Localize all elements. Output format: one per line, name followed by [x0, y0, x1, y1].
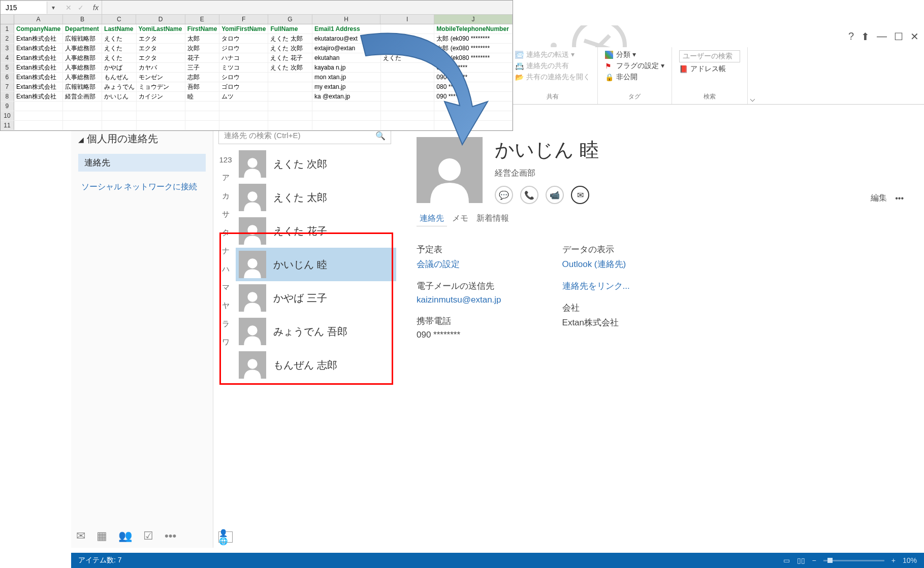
cell[interactable]: YomiLastName [137, 24, 185, 34]
row-header[interactable]: 9 [1, 102, 14, 111]
mail-nav-icon[interactable]: ✉ [76, 529, 85, 543]
view-link[interactable]: Outlook (連絡先) [562, 258, 630, 270]
col-header[interactable]: C [102, 15, 136, 24]
cell[interactable]: 花子 [185, 53, 219, 62]
col-header[interactable]: G [268, 15, 312, 24]
cell[interactable] [63, 121, 102, 130]
cell[interactable]: えくた [102, 44, 136, 53]
col-header[interactable]: A [14, 15, 63, 24]
cell[interactable]: Extan株式会社 [14, 44, 63, 53]
help-button[interactable]: ? [848, 30, 854, 43]
cell[interactable]: エクタ [137, 34, 185, 43]
cell[interactable]: 人事総務部 [63, 73, 102, 82]
cell[interactable] [63, 111, 102, 120]
alpha-letter[interactable]: サ [217, 205, 234, 223]
cell[interactable]: ジロウ [219, 44, 268, 53]
cell[interactable]: えくた [102, 34, 136, 43]
cell[interactable] [14, 102, 63, 111]
name-box[interactable]: J15 [1, 2, 47, 14]
row-header[interactable]: 7 [1, 82, 14, 91]
cell[interactable] [137, 111, 185, 120]
col-header[interactable]: F [219, 15, 268, 24]
cell[interactable] [219, 111, 268, 120]
select-all-cell[interactable] [1, 15, 14, 24]
contact-row[interactable]: みょうでん 吾郎 [236, 315, 396, 348]
sidebar-item-contacts[interactable]: 連絡先 [78, 154, 206, 172]
cell[interactable] [268, 82, 312, 91]
cell[interactable]: シロウ [219, 73, 268, 82]
cell[interactable]: えくた 花子 [268, 53, 312, 62]
ribbon-expand-button[interactable]: ⌵ [748, 47, 758, 104]
cell[interactable]: エクタ [137, 53, 185, 62]
alpha-letter[interactable]: ヤ [217, 296, 234, 315]
row-header[interactable]: 5 [1, 63, 14, 72]
cell[interactable]: 人事総務部 [63, 63, 102, 72]
cell[interactable]: かいじん [102, 92, 136, 101]
cell[interactable]: Extan株式会社 [14, 53, 63, 62]
cell[interactable]: ミョウデン [137, 82, 185, 91]
cell[interactable] [219, 121, 268, 130]
col-header[interactable]: D [136, 15, 185, 24]
cell[interactable]: ゴロウ [219, 82, 268, 91]
cell[interactable]: えくた [102, 53, 136, 62]
categorize-button[interactable]: 分類 ▾ [605, 50, 664, 59]
find-user-input[interactable]: ユーザーの検索 [679, 50, 740, 62]
cell[interactable] [63, 102, 102, 111]
zoom-slider[interactable] [823, 560, 884, 561]
cell[interactable] [137, 121, 185, 130]
col-header[interactable]: H [312, 15, 381, 24]
cell[interactable]: タロウ [219, 34, 268, 43]
cell[interactable] [137, 102, 185, 111]
name-box-dropdown[interactable]: ▾ [47, 4, 59, 11]
row-header[interactable]: 10 [1, 111, 14, 120]
alpha-letter[interactable]: ラ [217, 315, 234, 333]
maximize-button[interactable]: ☐ [894, 30, 903, 43]
cell[interactable] [268, 92, 312, 101]
cell[interactable]: Extan株式会社 [14, 63, 63, 72]
cell[interactable] [14, 111, 63, 120]
cell[interactable]: FirstName [185, 24, 219, 34]
cell[interactable] [185, 121, 219, 130]
cell[interactable] [268, 121, 312, 130]
cell[interactable] [185, 111, 219, 120]
row-header[interactable]: 6 [1, 73, 14, 82]
col-header[interactable]: B [63, 15, 102, 24]
cell[interactable]: 睦 [185, 92, 219, 101]
cell[interactable]: 人事総務部 [63, 44, 102, 53]
close-button[interactable]: ✕ [910, 30, 919, 43]
cell[interactable]: 人事総務部 [63, 53, 102, 62]
sidebar-header[interactable]: ◢ 個人用の連絡先 [78, 132, 206, 146]
more-icon[interactable]: ••• [895, 194, 904, 203]
cell[interactable]: エクタ [137, 44, 185, 53]
contact-row[interactable]: えくた 花子 [236, 214, 396, 248]
ribbon-toggle-button[interactable]: ⬆ [861, 30, 870, 43]
flag-button[interactable]: ⚑フラグの設定 ▾ [605, 61, 664, 71]
view-normal-icon[interactable]: ▭ [783, 556, 790, 564]
tab-news[interactable]: 新着情報 [473, 211, 512, 226]
cell[interactable]: 吾郎 [185, 82, 219, 91]
tab-memo[interactable]: メモ [449, 211, 471, 226]
cell[interactable]: Department [63, 24, 102, 34]
cell[interactable]: 経営企画部 [63, 92, 102, 101]
cell[interactable]: ムツ [219, 92, 268, 101]
cell[interactable]: ハナコ [219, 53, 268, 62]
col-header[interactable]: E [185, 15, 219, 24]
chat-icon[interactable]: 💬 [495, 186, 513, 204]
alpha-letter[interactable]: ワ [217, 333, 234, 351]
edit-link[interactable]: 編集••• [871, 193, 904, 204]
cell[interactable] [102, 121, 136, 130]
cell[interactable] [268, 73, 312, 82]
tasks-nav-icon[interactable]: ☑ [143, 529, 153, 543]
cell[interactable]: LastName [102, 24, 136, 34]
cell[interactable]: えくた 太郎 [268, 34, 312, 43]
row-header[interactable]: 1 [1, 24, 14, 34]
contact-row[interactable]: もんぜん 志郎 [236, 348, 396, 382]
email-link[interactable]: kaizinmutsu@extan.jp [417, 295, 501, 305]
zoom-in-icon[interactable]: + [891, 556, 896, 564]
cell[interactable] [185, 102, 219, 111]
people-globe-icon[interactable]: 👤🌐 [218, 531, 233, 543]
alpha-letter[interactable]: カ [217, 187, 234, 205]
link-contact[interactable]: 連絡先をリンク... [562, 280, 630, 292]
alpha-letter[interactable]: ハ [217, 260, 234, 278]
row-header[interactable]: 11 [1, 121, 14, 130]
